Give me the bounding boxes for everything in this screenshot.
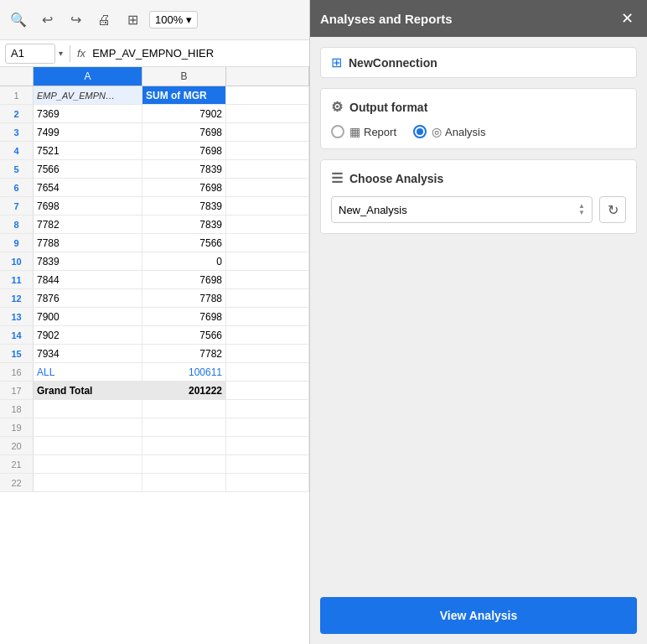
cell-b[interactable] — [142, 400, 226, 418]
cell-a[interactable]: 7902 — [34, 326, 142, 344]
cell-c[interactable] — [226, 105, 309, 122]
cell-b[interactable] — [142, 437, 226, 454]
cell-c[interactable] — [226, 179, 309, 196]
cell-c[interactable] — [226, 289, 309, 307]
cell-a[interactable]: 7566 — [34, 160, 142, 178]
undo-icon[interactable]: ↩ — [35, 8, 59, 32]
cell-a[interactable]: 7782 — [34, 216, 142, 233]
cell-b[interactable] — [142, 455, 226, 473]
table-row[interactable]: 17 Grand Total 201222 — [0, 382, 309, 400]
table-row[interactable]: 10 7839 0 — [0, 252, 309, 271]
cell-b[interactable]: 100611 — [142, 363, 226, 381]
cell-b[interactable]: 201222 — [142, 382, 226, 399]
cell-b[interactable]: 7566 — [142, 234, 226, 252]
table-row[interactable]: 6 7654 7698 — [0, 179, 309, 197]
cell-c[interactable] — [226, 123, 309, 141]
cell-c[interactable] — [226, 418, 309, 436]
cell-b[interactable]: 7698 — [142, 123, 226, 141]
cell-a[interactable]: 7876 — [34, 289, 142, 307]
table-row[interactable]: 16 ALL 100611 — [0, 363, 309, 382]
cell-a[interactable] — [34, 437, 142, 454]
table-row[interactable]: 7 7698 7839 — [0, 197, 309, 216]
cell-c[interactable] — [226, 326, 309, 344]
copy-icon[interactable]: ⊞ — [121, 8, 144, 32]
cell-b[interactable]: 7698 — [142, 271, 226, 288]
radio-analysis[interactable]: ◎ Analysis — [413, 125, 485, 138]
cell-a[interactable]: 7934 — [34, 345, 142, 362]
cell-a[interactable]: Grand Total — [34, 382, 142, 399]
radio-report[interactable]: ▦ Report — [331, 125, 396, 138]
cell-b[interactable]: 7698 — [142, 142, 226, 159]
table-row[interactable]: 1 EMP_AV_EMPN… SUM of MGR — [0, 86, 309, 105]
cell-c[interactable] — [226, 308, 309, 325]
col-header-c[interactable] — [226, 67, 309, 86]
table-row[interactable]: 20 — [0, 437, 309, 455]
print-icon[interactable]: 🖨 — [92, 8, 116, 32]
cell-a[interactable]: 7839 — [34, 252, 142, 270]
cell-b[interactable]: 7698 — [142, 179, 226, 196]
analysis-dropdown[interactable]: New_Analysis ▲ ▼ — [331, 196, 593, 223]
cell-c[interactable] — [226, 271, 309, 288]
cell-b[interactable]: 7566 — [142, 326, 226, 344]
cell-c[interactable] — [226, 86, 309, 104]
cell-c[interactable] — [226, 252, 309, 270]
cell-c[interactable] — [226, 142, 309, 159]
cell-c[interactable] — [226, 400, 309, 418]
col-header-a[interactable]: A — [34, 67, 142, 86]
cell-b[interactable]: 7698 — [142, 308, 226, 325]
cell-a[interactable] — [34, 418, 142, 436]
table-row[interactable]: 2 7369 7902 — [0, 105, 309, 123]
cell-c[interactable] — [226, 197, 309, 215]
refresh-button[interactable]: ↻ — [599, 196, 626, 223]
table-row[interactable]: 14 7902 7566 — [0, 326, 309, 345]
cell-a[interactable]: 7788 — [34, 234, 142, 252]
cell-c[interactable] — [226, 455, 309, 473]
cell-b[interactable]: 0 — [142, 252, 226, 270]
cell-b[interactable]: 7839 — [142, 216, 226, 233]
table-row[interactable]: 13 7900 7698 — [0, 308, 309, 326]
cell-b[interactable]: 7902 — [142, 105, 226, 122]
col-header-b[interactable]: B — [142, 67, 226, 86]
cell-a[interactable] — [34, 455, 142, 473]
close-button[interactable]: ✕ — [617, 8, 637, 29]
connection-row[interactable]: ⊞ NewConnection — [320, 47, 637, 78]
cell-b[interactable]: 7839 — [142, 160, 226, 178]
table-row[interactable]: 21 — [0, 455, 309, 474]
cell-c[interactable] — [226, 382, 309, 399]
formula-input[interactable] — [92, 47, 304, 60]
cell-c[interactable] — [226, 345, 309, 362]
cell-b[interactable]: 7782 — [142, 345, 226, 362]
cell-a[interactable]: 7521 — [34, 142, 142, 159]
cell-a[interactable]: 7900 — [34, 308, 142, 325]
cell-a[interactable] — [34, 474, 142, 491]
cell-c[interactable] — [226, 474, 309, 491]
cell-a[interactable]: 7369 — [34, 105, 142, 122]
cell-a[interactable]: ALL — [34, 363, 142, 381]
cell-c[interactable] — [226, 216, 309, 233]
cell-b[interactable] — [142, 418, 226, 436]
table-row[interactable]: 8 7782 7839 — [0, 216, 309, 234]
cell-a[interactable]: 7499 — [34, 123, 142, 141]
cell-c[interactable] — [226, 363, 309, 381]
cell-a[interactable]: EMP_AV_EMPN… — [34, 86, 142, 104]
table-row[interactable]: 4 7521 7698 — [0, 142, 309, 160]
table-row[interactable]: 18 — [0, 400, 309, 418]
cell-b[interactable]: 7839 — [142, 197, 226, 215]
cell-a[interactable]: 7844 — [34, 271, 142, 288]
cell-b[interactable] — [142, 474, 226, 491]
cell-c[interactable] — [226, 234, 309, 252]
cell-a[interactable] — [34, 400, 142, 418]
table-row[interactable]: 9 7788 7566 — [0, 234, 309, 252]
table-row[interactable]: 22 — [0, 474, 309, 492]
table-row[interactable]: 5 7566 7839 — [0, 160, 309, 179]
cell-c[interactable] — [226, 160, 309, 178]
view-analysis-button[interactable]: View Analysis — [320, 597, 637, 634]
zoom-selector[interactable]: 100% ▾ — [149, 11, 198, 29]
table-row[interactable]: 15 7934 7782 — [0, 345, 309, 363]
cell-b[interactable]: 7788 — [142, 289, 226, 307]
table-row[interactable]: 3 7499 7698 — [0, 123, 309, 142]
table-row[interactable]: 19 — [0, 418, 309, 437]
cell-c[interactable] — [226, 437, 309, 454]
search-icon[interactable]: 🔍 — [7, 8, 30, 32]
cell-ref-dropdown[interactable]: ▾ — [59, 49, 63, 58]
